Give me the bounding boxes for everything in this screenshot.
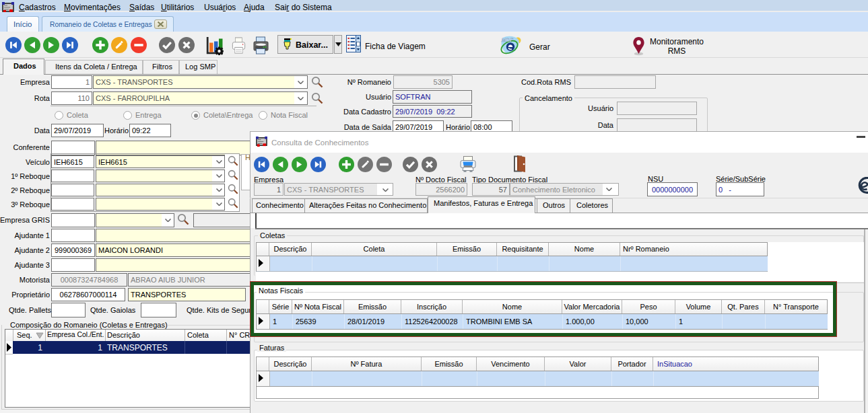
svg-text:MDF: MDF	[502, 37, 514, 43]
